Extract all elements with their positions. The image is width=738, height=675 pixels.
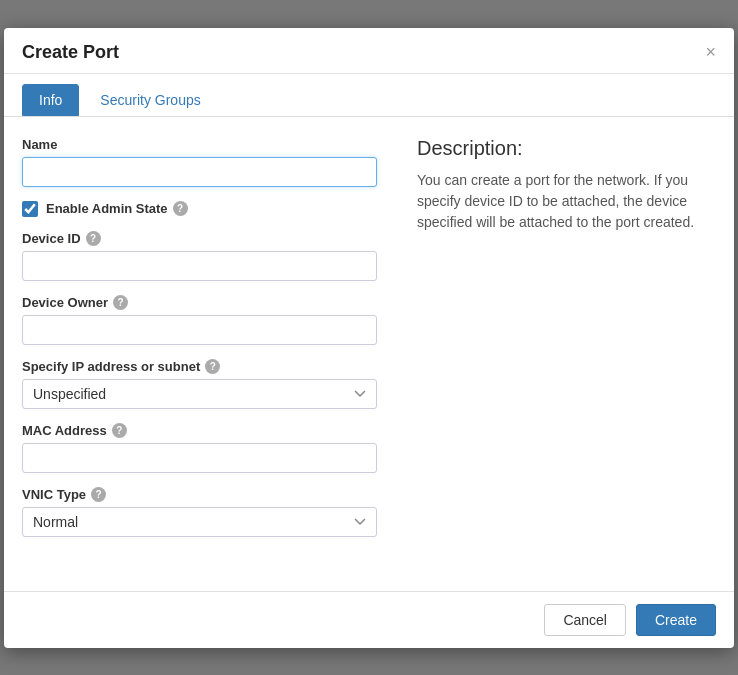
device-id-input[interactable]: [22, 251, 377, 281]
vnic-type-label: VNIC Type ?: [22, 487, 377, 502]
mac-address-label: MAC Address ?: [22, 423, 377, 438]
description-section: Description: You can create a port for t…: [407, 137, 716, 571]
device-id-group: Device ID ?: [22, 231, 377, 281]
specify-ip-group: Specify IP address or subnet ? Unspecifi…: [22, 359, 377, 409]
mac-address-group: MAC Address ?: [22, 423, 377, 473]
modal-tabs: Info Security Groups: [4, 74, 734, 117]
modal-footer: Cancel Create: [4, 591, 734, 648]
modal-overlay: Create Port × Info Security Groups Name: [0, 0, 738, 675]
modal-header: Create Port ×: [4, 28, 734, 74]
enable-admin-state-help-icon: ?: [173, 201, 188, 216]
specify-ip-label: Specify IP address or subnet ?: [22, 359, 377, 374]
vnic-type-group: VNIC Type ? Normal Direct Macvtap Bareme…: [22, 487, 377, 537]
device-owner-help-icon: ?: [113, 295, 128, 310]
name-input[interactable]: [22, 157, 377, 187]
cancel-button[interactable]: Cancel: [544, 604, 626, 636]
device-id-help-icon: ?: [86, 231, 101, 246]
create-button[interactable]: Create: [636, 604, 716, 636]
device-owner-input[interactable]: [22, 315, 377, 345]
enable-admin-state-row: Enable Admin State ?: [22, 201, 377, 217]
description-text: You can create a port for the network. I…: [417, 170, 716, 233]
description-title: Description:: [417, 137, 716, 160]
name-group: Name: [22, 137, 377, 187]
device-id-label: Device ID ?: [22, 231, 377, 246]
modal-title: Create Port: [22, 42, 119, 63]
device-owner-label: Device Owner ?: [22, 295, 377, 310]
name-label: Name: [22, 137, 377, 152]
vnic-type-select[interactable]: Normal Direct Macvtap Baremetal Direct P…: [22, 507, 377, 537]
form-section: Name Enable Admin State ? Device ID ?: [22, 137, 377, 571]
modal-body: Name Enable Admin State ? Device ID ?: [4, 117, 734, 591]
specify-ip-select[interactable]: Unspecified Fixed IP Address Subnet: [22, 379, 377, 409]
enable-admin-state-label: Enable Admin State ?: [46, 201, 188, 216]
vnic-type-help-icon: ?: [91, 487, 106, 502]
mac-address-help-icon: ?: [112, 423, 127, 438]
create-port-modal: Create Port × Info Security Groups Name: [4, 28, 734, 648]
tab-security-groups[interactable]: Security Groups: [83, 84, 217, 116]
close-button[interactable]: ×: [705, 43, 716, 61]
mac-address-input[interactable]: [22, 443, 377, 473]
specify-ip-help-icon: ?: [205, 359, 220, 374]
enable-admin-state-checkbox[interactable]: [22, 201, 38, 217]
device-owner-group: Device Owner ?: [22, 295, 377, 345]
tab-info[interactable]: Info: [22, 84, 79, 116]
